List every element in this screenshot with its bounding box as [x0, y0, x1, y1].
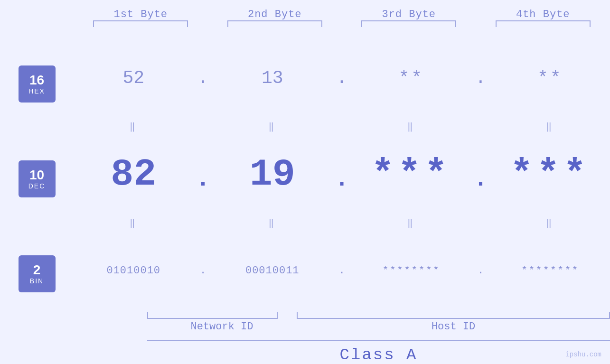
byte1-header: 1st Byte	[74, 9, 208, 20]
bin-b2-cell: 00010011	[213, 265, 333, 277]
hex-b1-value: 52	[122, 68, 144, 88]
main-container: 1st Byte 2nd Byte 3rd Byte 4th Byte 16 H…	[0, 0, 610, 364]
top-brackets	[0, 20, 610, 27]
hex-b1-cell: 52	[74, 68, 194, 88]
bin-dot1: .	[194, 265, 213, 277]
bin-b1-value: 01010010	[106, 265, 160, 277]
hex-dot2: .	[332, 68, 351, 88]
bottom-brackets	[147, 312, 610, 319]
bin-b2-value: 00010011	[245, 265, 300, 277]
byte3-header: 3rd Byte	[342, 9, 476, 20]
sep1-b1: ‖	[74, 121, 194, 132]
class-label: Class A	[340, 346, 418, 364]
network-id-label: Network ID	[147, 321, 297, 333]
bracket-b4	[476, 20, 610, 27]
bracket-line-b2	[227, 20, 322, 27]
bracket-b2	[208, 20, 342, 27]
hex-badge-number: 16	[29, 73, 44, 88]
bracket-b1	[74, 20, 208, 27]
dec-b3-cell: ***	[351, 153, 471, 196]
bracket-line-b4	[496, 20, 591, 27]
hex-dot3: .	[471, 68, 490, 88]
dec-badge: 10 DEC	[19, 160, 56, 197]
bin-b4-cell: ********	[490, 265, 610, 277]
data-columns: 52 . 13 . ** . **	[74, 37, 610, 364]
byte-headers: 1st Byte 2nd Byte 3rd Byte 4th Byte	[0, 0, 610, 20]
hex-b2-value: 13	[262, 68, 283, 88]
hex-dot1: .	[194, 68, 213, 88]
content-area: 16 HEX 10 DEC 2 BIN 52 .	[0, 37, 610, 364]
bin-dot2: .	[332, 265, 351, 277]
bottom-dot-space	[278, 312, 297, 319]
bottom-bracket-area: Network ID Host ID	[74, 312, 610, 333]
hex-b2-cell: 13	[213, 68, 333, 88]
sep2-b3: ‖	[351, 217, 471, 229]
hex-b4-cell: **	[490, 68, 610, 88]
bin-badge: 2 BIN	[19, 255, 56, 292]
dec-badge-label: DEC	[28, 182, 46, 190]
bottom-bracket-host	[297, 312, 610, 319]
dec-row: 82 . 19 . *** . ***	[74, 133, 610, 216]
bin-badge-label: BIN	[30, 277, 44, 285]
bottom-bracket-network	[147, 312, 278, 319]
sep1-b2: ‖	[213, 121, 333, 132]
hex-row: 52 . 13 . ** . **	[74, 37, 610, 120]
dec-b1-cell: 82	[74, 153, 194, 196]
byte2-header: 2nd Byte	[208, 9, 342, 20]
sep2-b4: ‖	[490, 217, 610, 229]
badges-column: 16 HEX 10 DEC 2 BIN	[0, 37, 74, 364]
hex-b4-value: **	[537, 68, 563, 88]
bottom-labels: Network ID Host ID	[147, 321, 610, 333]
dec-dot3: .	[471, 158, 490, 191]
bin-b1-cell: 01010010	[74, 265, 194, 277]
sep2-row: ‖ ‖ ‖ ‖	[74, 216, 610, 229]
bracket-line-b3	[361, 20, 456, 27]
dec-b2-cell: 19	[213, 153, 333, 196]
hex-b3-cell: **	[351, 68, 471, 88]
bracket-line-b1	[93, 20, 188, 27]
dec-badge-number: 10	[29, 168, 44, 183]
sep1-b4: ‖	[490, 121, 610, 132]
byte4-header: 4th Byte	[476, 9, 610, 20]
class-bar: Class A	[147, 340, 610, 364]
dec-b1-value: 82	[111, 153, 156, 196]
dec-b2-value: 19	[250, 153, 295, 196]
sep1-b3: ‖	[351, 121, 471, 132]
dec-dot2: .	[332, 158, 351, 191]
bin-b3-cell: ********	[351, 265, 471, 277]
dec-b4-cell: ***	[490, 153, 610, 196]
sep2-b2: ‖	[213, 217, 333, 229]
sep2-b1: ‖	[74, 217, 194, 229]
hex-badge: 16 HEX	[19, 65, 56, 103]
bin-b3-value: ********	[382, 265, 440, 277]
hex-badge-label: HEX	[28, 87, 45, 95]
dec-b3-value: ***	[371, 153, 451, 196]
dec-dot1: .	[194, 158, 213, 191]
bin-dot3: .	[471, 265, 490, 277]
bin-b4-value: ********	[521, 265, 579, 277]
watermark: ipshu.com	[565, 351, 601, 358]
bin-badge-number: 2	[33, 263, 41, 278]
bracket-b3	[342, 20, 476, 27]
dec-b4-value: ***	[510, 153, 590, 196]
host-id-label: Host ID	[297, 321, 610, 333]
bin-row: 01010010 . 00010011 . ******** .	[74, 229, 610, 312]
sep1-row: ‖ ‖ ‖ ‖	[74, 120, 610, 133]
hex-b3-value: **	[398, 68, 424, 88]
